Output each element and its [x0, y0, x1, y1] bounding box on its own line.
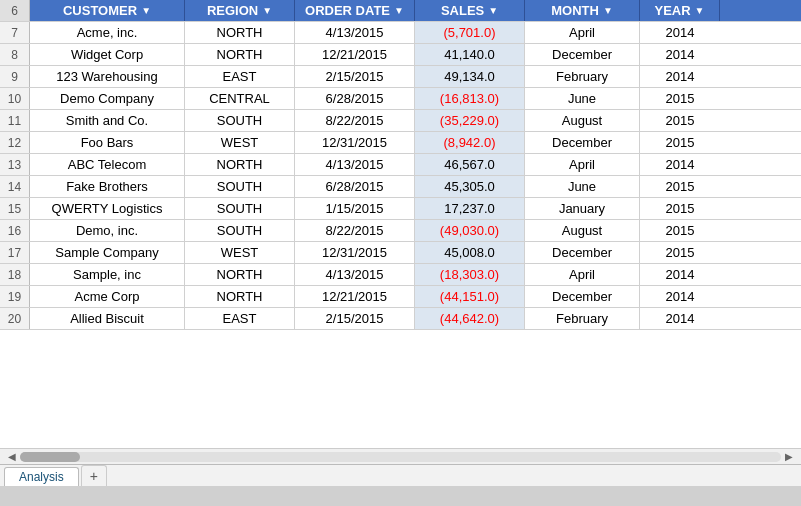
cell-month[interactable]: December [525, 132, 640, 153]
cell-month[interactable]: August [525, 110, 640, 131]
cell-order-date[interactable]: 12/31/2015 [295, 242, 415, 263]
cell-customer[interactable]: ABC Telecom [30, 154, 185, 175]
scroll-track[interactable] [20, 452, 781, 462]
cell-year[interactable]: 2014 [640, 308, 720, 329]
cell-year[interactable]: 2015 [640, 242, 720, 263]
cell-order-date[interactable]: 4/13/2015 [295, 154, 415, 175]
col-header-customer[interactable]: CUSTOMER ▼ [30, 0, 185, 21]
cell-sales[interactable]: (49,030.0) [415, 220, 525, 241]
cell-customer[interactable]: Demo, inc. [30, 220, 185, 241]
cell-order-date[interactable]: 6/28/2015 [295, 88, 415, 109]
cell-month[interactable]: June [525, 88, 640, 109]
cell-order-date[interactable]: 2/15/2015 [295, 308, 415, 329]
cell-year[interactable]: 2014 [640, 264, 720, 285]
cell-month[interactable]: April [525, 22, 640, 43]
cell-sales[interactable]: (8,942.0) [415, 132, 525, 153]
cell-order-date[interactable]: 6/28/2015 [295, 176, 415, 197]
cell-region[interactable]: SOUTH [185, 198, 295, 219]
cell-region[interactable]: SOUTH [185, 220, 295, 241]
cell-sales[interactable]: (16,813.0) [415, 88, 525, 109]
cell-month[interactable]: August [525, 220, 640, 241]
cell-customer[interactable]: Fake Brothers [30, 176, 185, 197]
cell-order-date[interactable]: 1/15/2015 [295, 198, 415, 219]
cell-customer[interactable]: Smith and Co. [30, 110, 185, 131]
cell-sales[interactable]: (44,642.0) [415, 308, 525, 329]
cell-region[interactable]: NORTH [185, 264, 295, 285]
cell-month[interactable]: December [525, 44, 640, 65]
cell-month[interactable]: December [525, 286, 640, 307]
cell-customer[interactable]: Allied Biscuit [30, 308, 185, 329]
cell-region[interactable]: EAST [185, 66, 295, 87]
scroll-right-arrow[interactable]: ▶ [781, 451, 797, 462]
cell-year[interactable]: 2015 [640, 220, 720, 241]
cell-sales[interactable]: (44,151.0) [415, 286, 525, 307]
cell-month[interactable]: April [525, 264, 640, 285]
filter-arrow-month[interactable]: ▼ [603, 5, 613, 16]
cell-customer[interactable]: Sample, inc [30, 264, 185, 285]
cell-order-date[interactable]: 12/31/2015 [295, 132, 415, 153]
cell-customer[interactable]: 123 Warehousing [30, 66, 185, 87]
cell-month[interactable]: June [525, 176, 640, 197]
cell-region[interactable]: WEST [185, 242, 295, 263]
cell-sales[interactable]: 46,567.0 [415, 154, 525, 175]
col-header-order-date[interactable]: ORDER DATE ▼ [295, 0, 415, 21]
cell-year[interactable]: 2015 [640, 132, 720, 153]
cell-region[interactable]: NORTH [185, 286, 295, 307]
cell-sales[interactable]: (5,701.0) [415, 22, 525, 43]
cell-year[interactable]: 2014 [640, 286, 720, 307]
cell-year[interactable]: 2014 [640, 22, 720, 43]
cell-year[interactable]: 2015 [640, 198, 720, 219]
cell-region[interactable]: SOUTH [185, 176, 295, 197]
scroll-thumb[interactable] [20, 452, 80, 462]
cell-month[interactable]: February [525, 66, 640, 87]
cell-customer[interactable]: Demo Company [30, 88, 185, 109]
cell-region[interactable]: NORTH [185, 154, 295, 175]
cell-month[interactable]: December [525, 242, 640, 263]
cell-region[interactable]: EAST [185, 308, 295, 329]
cell-month[interactable]: February [525, 308, 640, 329]
cell-month[interactable]: January [525, 198, 640, 219]
cell-order-date[interactable]: 8/22/2015 [295, 220, 415, 241]
filter-arrow-order-date[interactable]: ▼ [394, 5, 404, 16]
cell-region[interactable]: SOUTH [185, 110, 295, 131]
cell-order-date[interactable]: 12/21/2015 [295, 286, 415, 307]
cell-order-date[interactable]: 12/21/2015 [295, 44, 415, 65]
cell-region[interactable]: NORTH [185, 44, 295, 65]
cell-year[interactable]: 2014 [640, 66, 720, 87]
col-header-month[interactable]: MONTH ▼ [525, 0, 640, 21]
cell-region[interactable]: NORTH [185, 22, 295, 43]
cell-customer[interactable]: Sample Company [30, 242, 185, 263]
cell-year[interactable]: 2014 [640, 44, 720, 65]
cell-year[interactable]: 2015 [640, 110, 720, 131]
cell-sales[interactable]: 49,134.0 [415, 66, 525, 87]
cell-region[interactable]: CENTRAL [185, 88, 295, 109]
cell-sales[interactable]: 45,008.0 [415, 242, 525, 263]
cell-order-date[interactable]: 2/15/2015 [295, 66, 415, 87]
cell-sales[interactable]: 17,237.0 [415, 198, 525, 219]
filter-arrow-customer[interactable]: ▼ [141, 5, 151, 16]
cell-sales[interactable]: 41,140.0 [415, 44, 525, 65]
cell-order-date[interactable]: 8/22/2015 [295, 110, 415, 131]
cell-month[interactable]: April [525, 154, 640, 175]
tab-add-button[interactable]: + [81, 465, 107, 486]
cell-customer[interactable]: Acme, inc. [30, 22, 185, 43]
col-header-region[interactable]: REGION ▼ [185, 0, 295, 21]
horizontal-scrollbar[interactable]: ◀ ▶ [0, 448, 801, 464]
scroll-left-arrow[interactable]: ◀ [4, 451, 20, 462]
col-header-sales[interactable]: SALES ▼ [415, 0, 525, 21]
cell-year[interactable]: 2015 [640, 176, 720, 197]
tab-analysis[interactable]: Analysis [4, 467, 79, 486]
cell-order-date[interactable]: 4/13/2015 [295, 22, 415, 43]
cell-order-date[interactable]: 4/13/2015 [295, 264, 415, 285]
cell-year[interactable]: 2015 [640, 88, 720, 109]
cell-region[interactable]: WEST [185, 132, 295, 153]
cell-year[interactable]: 2014 [640, 154, 720, 175]
cell-customer[interactable]: Widget Corp [30, 44, 185, 65]
cell-sales[interactable]: (18,303.0) [415, 264, 525, 285]
filter-arrow-year[interactable]: ▼ [695, 5, 705, 16]
cell-sales[interactable]: 45,305.0 [415, 176, 525, 197]
cell-customer[interactable]: Acme Corp [30, 286, 185, 307]
cell-customer[interactable]: Foo Bars [30, 132, 185, 153]
filter-arrow-region[interactable]: ▼ [262, 5, 272, 16]
filter-arrow-sales[interactable]: ▼ [488, 5, 498, 16]
